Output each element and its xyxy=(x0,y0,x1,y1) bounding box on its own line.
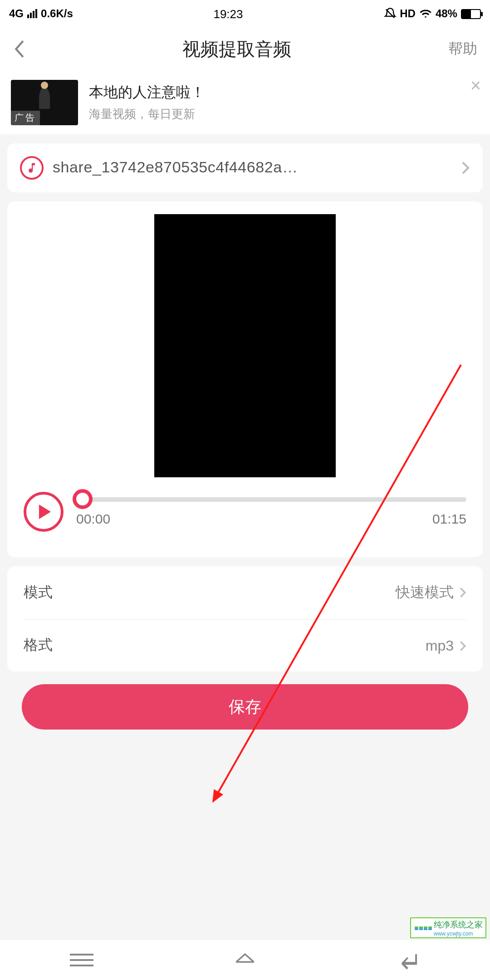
chevron-right-icon xyxy=(459,639,466,652)
music-icon xyxy=(20,156,44,180)
recent-apps-button[interactable] xyxy=(70,954,93,966)
mode-label: 模式 xyxy=(24,583,53,602)
battery-percent: 48% xyxy=(436,7,457,20)
network-type: 4G xyxy=(9,7,24,20)
current-time: 00:00 xyxy=(76,511,110,526)
status-time: 19:23 xyxy=(213,7,243,20)
back-button[interactable] xyxy=(397,950,420,970)
preview-card: 00:00 01:15 xyxy=(7,201,483,557)
back-icon[interactable] xyxy=(13,39,25,59)
file-name: share_13742e870535c4f44682a… xyxy=(53,159,456,177)
ad-badge: 广告 xyxy=(11,111,40,125)
help-button[interactable]: 帮助 xyxy=(448,39,477,59)
mode-value: 快速模式 xyxy=(396,583,454,602)
network-speed: 0.6K/s xyxy=(41,7,73,20)
status-bar: 4G 0.6K/s 19:23 HD 48% xyxy=(0,0,490,27)
home-button[interactable] xyxy=(233,950,257,970)
settings-card: 模式 快速模式 格式 mp3 xyxy=(7,566,483,671)
video-preview[interactable] xyxy=(154,214,336,477)
wifi-icon xyxy=(419,7,432,20)
battery-icon xyxy=(461,9,481,19)
system-nav xyxy=(0,940,490,980)
hd-indicator: HD xyxy=(400,7,416,20)
app-nav: 视频提取音频 帮助 xyxy=(0,27,490,71)
page-title: 视频提取音频 xyxy=(25,37,448,61)
watermark-title: 纯净系统之家 xyxy=(434,919,483,931)
format-value: mp3 xyxy=(426,637,454,654)
ad-banner[interactable]: 广告 本地的人注意啦！ 海量视频，每日更新 × xyxy=(0,71,490,134)
mode-row[interactable]: 模式 快速模式 xyxy=(24,566,466,619)
file-row[interactable]: share_13742e870535c4f44682a… xyxy=(7,143,483,192)
seek-thumb[interactable] xyxy=(73,489,93,509)
seek-slider[interactable] xyxy=(76,497,466,502)
ad-subtitle: 海量视频，每日更新 xyxy=(89,106,479,122)
save-button[interactable]: 保存 xyxy=(22,684,468,730)
format-label: 格式 xyxy=(24,636,53,655)
ad-title: 本地的人注意啦！ xyxy=(89,83,479,102)
watermark: 纯净系统之家 www.ycwjty.com xyxy=(410,917,486,938)
timeline: 00:00 01:15 xyxy=(76,497,466,526)
play-button[interactable] xyxy=(24,492,64,532)
signal-icon xyxy=(27,9,37,18)
format-row[interactable]: 格式 mp3 xyxy=(24,619,466,671)
close-icon[interactable]: × xyxy=(470,76,481,94)
chevron-right-icon xyxy=(461,161,470,175)
mute-icon xyxy=(383,7,396,20)
ad-thumbnail: 广告 xyxy=(11,80,78,125)
play-icon xyxy=(39,505,51,519)
total-time: 01:15 xyxy=(432,511,466,526)
watermark-url: www.ycwjty.com xyxy=(434,931,483,936)
chevron-right-icon xyxy=(459,586,466,599)
